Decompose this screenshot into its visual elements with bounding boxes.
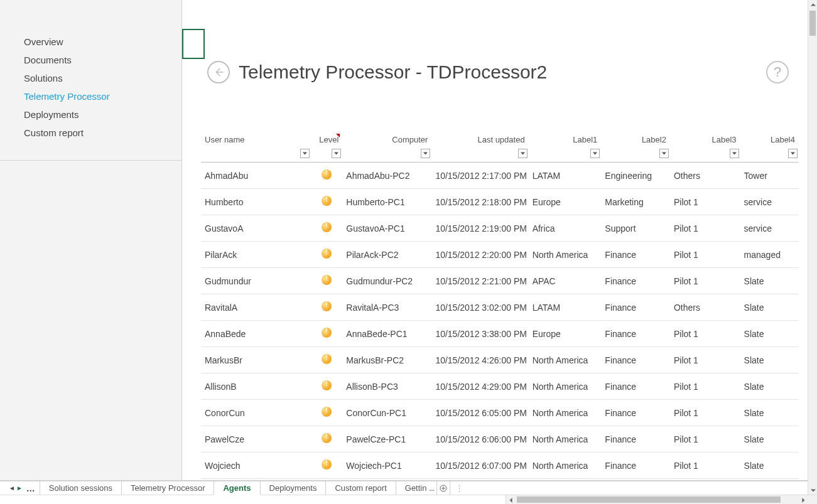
horizontal-scrollbar[interactable] (0, 495, 817, 504)
tab-scroll-first[interactable]: ◄ (9, 485, 15, 491)
cell-lastupdated: 10/15/2012 6:06:00 PM (431, 426, 528, 453)
col-header-label2: Label2 (601, 129, 670, 163)
filter-label3[interactable] (730, 149, 739, 158)
cell-computer: AhmadAbu-PC2 (342, 163, 431, 189)
cell-label2: Finance (601, 453, 670, 479)
filter-lastupdated[interactable] (518, 149, 528, 158)
horizontal-scroll-thumb[interactable] (517, 496, 781, 503)
tab-custom-report[interactable]: Custom report (325, 481, 396, 495)
cell-label3: Pilot 1 (670, 347, 740, 373)
cell-lastupdated: 10/15/2012 3:38:00 PM (431, 321, 528, 347)
cell-label2: Finance (601, 479, 670, 481)
table-row[interactable]: GudmundurGudmundur-PC210/15/2012 2:21:00… (201, 268, 799, 294)
cell-level (311, 453, 343, 479)
tab-scroll-next[interactable]: ► (16, 485, 23, 491)
scroll-down-button[interactable] (808, 485, 817, 495)
table-row[interactable]: MarkusBrMarkusBr-PC210/15/2012 4:26:00 P… (201, 347, 799, 373)
cell-computer: ConorCun-PC1 (342, 400, 431, 426)
cell-lastupdated: 10/15/2012 4:26:00 PM (431, 347, 528, 373)
table-row[interactable]: AhmadAbuAhmadAbu-PC210/15/2012 2:17:00 P… (201, 163, 799, 189)
warning-icon (322, 433, 332, 443)
cell-label1: North America (529, 400, 602, 426)
filter-label2[interactable] (659, 149, 669, 158)
cell-lastupdated: 10/15/2012 2:18:00 PM (431, 189, 528, 215)
tab-getting-started[interactable]: Gettin ... (396, 481, 437, 495)
col-header-username: User name (201, 129, 311, 163)
cell-computer: MarkusBr-PC2 (342, 347, 431, 373)
nav-custom-report[interactable]: Custom report (0, 124, 181, 142)
scroll-left-button[interactable] (506, 495, 516, 504)
warning-icon (322, 169, 332, 180)
cell-label2: Finance (601, 426, 670, 453)
cell-level (311, 347, 343, 373)
nav-overview[interactable]: Overview (0, 33, 181, 51)
cell-label1: Europe (529, 321, 602, 347)
filter-level[interactable] (332, 149, 341, 158)
cell-username: Gudmundur (201, 268, 311, 294)
cell-label1: APAC (529, 268, 602, 294)
tab-deployments[interactable]: Deployments (260, 481, 327, 495)
warning-icon (322, 328, 332, 338)
tab-telemetry-processor[interactable]: Telemetry Processor (121, 481, 214, 495)
tab-scroll-menu[interactable]: … (26, 483, 35, 493)
cell-label1: North America (529, 373, 602, 400)
table-row[interactable]: WojciechWojciech-PC110/15/2012 6:07:00 P… (201, 453, 799, 479)
vertical-scroll-thumb[interactable] (809, 11, 816, 36)
table-row[interactable]: AnnaBedeAnnaBede-PC110/15/2012 3:38:00 P… (201, 321, 799, 347)
warning-icon (322, 407, 332, 417)
cell-level (311, 373, 343, 400)
cell-label4: Slate (740, 321, 799, 347)
cell-label4: Slate (740, 347, 799, 373)
vertical-scrollbar[interactable] (808, 0, 817, 495)
nav-telemetry-processor[interactable]: Telemetry Processor (0, 87, 181, 105)
table-row[interactable]: PilarAckPilarAck-PC210/15/2012 2:20:00 P… (201, 242, 799, 268)
tab-agents[interactable]: Agents (214, 481, 260, 495)
cell-computer: ApurvaDa-PC1 (342, 479, 431, 481)
table-row[interactable]: ApurvaDaApurvaDa-PC110/15/2012 6:08:00 P… (201, 479, 799, 481)
scroll-up-button[interactable] (808, 0, 817, 9)
col-header-level: Level (311, 129, 343, 163)
cell-label4: Slate (740, 479, 799, 481)
plus-icon (440, 485, 447, 492)
cell-label1: North America (529, 242, 602, 268)
cell-lastupdated: 10/15/2012 2:21:00 PM (431, 268, 528, 294)
cell-label1: Africa (529, 215, 602, 242)
nav-documents[interactable]: Documents (0, 51, 181, 69)
warning-icon (322, 275, 332, 285)
nav-solutions[interactable]: Solutions (0, 69, 181, 87)
cell-lastupdated: 10/15/2012 6:08:00 PM (431, 479, 528, 481)
tab-solution-sessions[interactable]: Solution sessions (40, 481, 122, 495)
back-button[interactable] (207, 61, 230, 83)
table-row[interactable]: AllisonBAllisonB-PC310/15/2012 4:29:00 P… (201, 373, 799, 400)
filter-label4[interactable] (788, 149, 798, 158)
cell-label3: Others (670, 294, 740, 321)
col-header-computer: Computer (342, 129, 431, 163)
cell-lastupdated: 10/15/2012 2:20:00 PM (431, 242, 528, 268)
page-title: Telemetry Processor - TDProcessor2 (239, 62, 766, 83)
cell-username: AhmadAbu (201, 163, 311, 189)
nav-deployments[interactable]: Deployments (0, 105, 181, 124)
table-row[interactable]: RavitalARavitalA-PC310/15/2012 3:02:00 P… (201, 294, 799, 321)
warning-icon (322, 301, 332, 311)
filter-computer[interactable] (421, 149, 430, 158)
cell-level (311, 215, 343, 242)
table-row[interactable]: PawelCzePawelCze-PC110/15/2012 6:06:00 P… (201, 426, 799, 453)
filter-label1[interactable] (590, 149, 600, 158)
cell-computer: PilarAck-PC2 (342, 242, 431, 268)
table-row[interactable]: GustavoAGustavoA-PC110/15/2012 2:19:00 P… (201, 215, 799, 242)
filter-username[interactable] (300, 149, 310, 158)
cell-level (311, 400, 343, 426)
col-header-lastupdated: Last updated (431, 129, 528, 163)
table-row[interactable]: HumbertoHumberto-PC110/15/2012 2:18:00 P… (201, 189, 799, 215)
cell-level (311, 426, 343, 453)
cell-username: AnnaBede (201, 321, 311, 347)
comment-flag-icon (336, 134, 340, 137)
scroll-right-button[interactable] (798, 495, 808, 504)
add-sheet-button[interactable] (436, 481, 450, 495)
help-button[interactable]: ? (766, 61, 789, 83)
cell-username: PawelCze (201, 426, 311, 453)
table-row[interactable]: ConorCunConorCun-PC110/15/2012 6:05:00 P… (201, 400, 799, 426)
cell-label3: Pilot 1 (670, 453, 740, 479)
cell-computer: RavitalA-PC3 (342, 294, 431, 321)
cell-level (311, 268, 343, 294)
